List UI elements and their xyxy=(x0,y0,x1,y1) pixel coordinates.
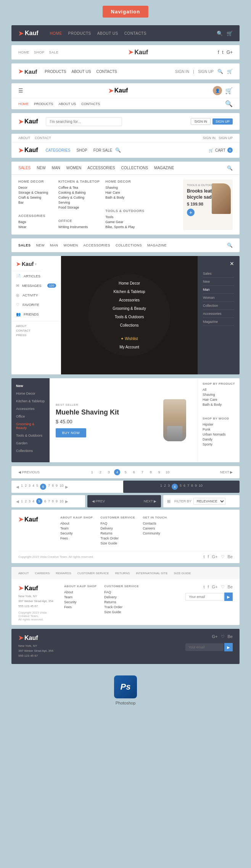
center-menu-account[interactable]: My Account xyxy=(119,344,139,350)
search-input[interactable] xyxy=(46,117,122,126)
nav4-contacts[interactable]: CONTACTS xyxy=(81,102,100,106)
shop-grooming[interactable]: Grooming & Beauty xyxy=(11,420,50,432)
pag2-p10[interactable]: 10 xyxy=(60,484,63,490)
footer2-delivery[interactable]: Delivery xyxy=(104,595,139,599)
footer-faq[interactable]: FAQ xyxy=(100,521,135,525)
sidebar-item-activity[interactable]: ◎ ACTIVITY xyxy=(11,290,61,300)
pag-d-5[interactable]: 5 xyxy=(180,484,182,490)
pag2-p2[interactable]: 2 xyxy=(25,484,27,490)
shop-new[interactable]: New xyxy=(11,382,50,390)
pag-d-2[interactable]: 2 xyxy=(164,484,166,490)
sidebar-about[interactable]: ABOUT xyxy=(16,324,56,328)
right-menu-man[interactable]: Man xyxy=(203,286,234,294)
page-9[interactable]: 9 xyxy=(156,469,162,475)
footer2-security[interactable]: Security xyxy=(64,600,97,604)
social2-facebook[interactable]: f xyxy=(208,585,209,589)
pag3-p3[interactable]: 3 xyxy=(29,499,31,503)
footer2-intl[interactable]: INTERNATIONAL SITE xyxy=(136,572,167,575)
sidebar-press[interactable]: PRESS xyxy=(16,334,56,337)
footer-community[interactable]: Community xyxy=(143,531,167,535)
nav3-contacts[interactable]: CONTACTS xyxy=(96,70,117,74)
shop-homedecor[interactable]: Home Decor xyxy=(11,390,50,397)
mega-nav-accessories[interactable]: ACCESSORIES xyxy=(87,166,115,170)
social2-gplus[interactable]: G+ xyxy=(212,585,218,589)
nav-home-link[interactable]: HOME xyxy=(18,50,29,54)
shop-collections[interactable]: Collections xyxy=(11,447,50,455)
footer2-careers[interactable]: CAREERS xyxy=(35,572,50,575)
dark-social-gplus[interactable]: G+ xyxy=(212,634,218,639)
shop-accessories[interactable]: Accessories xyxy=(11,405,50,413)
nav6-about[interactable]: ABOUT xyxy=(18,136,30,140)
pag-d-9[interactable]: 9 xyxy=(195,484,197,490)
nav4-about[interactable]: ABOUT US xyxy=(59,102,76,106)
mega-link-gamegear[interactable]: Game Gear xyxy=(105,220,144,224)
center-menu-tools[interactable]: Tools & Outdoors xyxy=(115,314,144,320)
nav4-products[interactable]: PRODUCTS xyxy=(34,102,53,106)
nav3-about[interactable]: ABOUT US xyxy=(71,70,91,74)
social-twitter[interactable]: t xyxy=(203,554,204,559)
pag-d-4-active[interactable]: 4 xyxy=(172,484,178,490)
pag3-p6[interactable]: 6 xyxy=(44,499,46,503)
nav6-signup[interactable]: SIGN UP xyxy=(219,136,233,140)
pag3-p1[interactable]: 1 xyxy=(21,499,23,503)
mega-link-craft[interactable]: Craft & Sewing xyxy=(18,196,53,199)
social-gplus[interactable]: G+ xyxy=(212,554,218,559)
pag2-p1[interactable]: 1 xyxy=(21,484,23,490)
mega-link-serving[interactable]: Serving xyxy=(58,201,100,204)
sidebar-item-favorite[interactable]: ♡ FAVORITE xyxy=(11,300,61,309)
center-menu-homedecor[interactable]: Home Decor xyxy=(119,280,140,287)
mega-nav-man[interactable]: MAN xyxy=(52,166,60,170)
avatar[interactable]: 👤 xyxy=(213,86,222,95)
footer2-sizeguide[interactable]: Size Guide xyxy=(104,610,139,614)
footer-sizeguide[interactable]: Size Guide xyxy=(100,541,135,545)
footer2-track[interactable]: Track Order xyxy=(104,605,139,609)
mega-search-icon[interactable]: 🔍 xyxy=(227,165,233,171)
pag2-p9[interactable]: 9 xyxy=(56,484,58,490)
dark-social-be[interactable]: Be xyxy=(228,634,233,639)
footer-dark-email-input[interactable] xyxy=(185,643,224,651)
footer2-rewards[interactable]: REWARDS xyxy=(56,572,71,575)
pag3-mid-next[interactable]: NEXT ▶ xyxy=(144,499,156,503)
mega-link-wear[interactable]: Wear xyxy=(18,225,53,229)
mega-link-writing[interactable]: Writing Instruments xyxy=(58,225,100,229)
right-menu-collection[interactable]: Collection xyxy=(203,302,234,310)
shop-garden[interactable]: Garden xyxy=(11,439,50,447)
nav6-shop[interactable]: SHOP xyxy=(76,148,87,152)
social2-heart[interactable]: ♡ xyxy=(221,585,225,589)
pag-d-3[interactable]: 3 xyxy=(168,484,170,490)
page-2[interactable]: 2 xyxy=(97,469,103,475)
promo-add-button[interactable]: + xyxy=(187,209,195,216)
footer2-faq[interactable]: FAQ xyxy=(104,590,139,594)
nav-link-contacts[interactable]: CONTACTS xyxy=(124,31,146,36)
mega-nav-new[interactable]: NEW xyxy=(37,166,45,170)
pag3-p2[interactable]: 2 xyxy=(25,499,27,503)
shop-kitchen[interactable]: Kitchen & Tabletop xyxy=(11,397,50,405)
cart-icon-4[interactable]: 🛒 xyxy=(225,87,233,94)
pag3-p8[interactable]: 8 xyxy=(52,499,54,503)
footer-fees[interactable]: Fees xyxy=(60,536,93,540)
mega-link-bar[interactable]: Bar xyxy=(18,201,53,204)
shop-by-urban[interactable]: Urban Nomads xyxy=(203,432,235,436)
footer-track[interactable]: Track Order xyxy=(100,536,135,540)
facebook-icon[interactable]: f xyxy=(218,50,219,55)
gplus-icon[interactable]: G+ xyxy=(227,50,233,55)
signin-button[interactable]: SIGN IN xyxy=(191,118,211,125)
mega-nav-women[interactable]: WOMEN xyxy=(66,166,81,170)
footer2-team[interactable]: Team xyxy=(64,595,97,599)
shop-by-all[interactable]: All xyxy=(203,388,235,392)
close-button[interactable]: ✕ xyxy=(230,261,234,267)
footer-careers[interactable]: Careers xyxy=(143,526,167,530)
social-facebook[interactable]: f xyxy=(208,554,209,559)
footer-security[interactable]: Security xyxy=(60,531,93,535)
cart-icon[interactable]: 🛒 xyxy=(227,31,233,36)
page-6[interactable]: 6 xyxy=(131,469,137,475)
horiz-nav-magazine[interactable]: MAGAZINE xyxy=(147,243,167,247)
center-menu-wishlist[interactable]: ✦ Wishlist xyxy=(121,335,138,342)
shop-by-shaving[interactable]: Shaving xyxy=(203,393,235,397)
right-menu-woman[interactable]: Woman xyxy=(203,294,234,302)
social2-be[interactable]: Be xyxy=(228,585,233,589)
next-button[interactable]: NEXT ▶ xyxy=(220,470,233,474)
mega-link-coffee[interactable]: Coffee & Tea xyxy=(58,186,100,189)
shop-by-dandy[interactable]: Dandy xyxy=(203,437,235,441)
mega-link-cutlery[interactable]: Cutlery & Cutting xyxy=(58,196,100,199)
